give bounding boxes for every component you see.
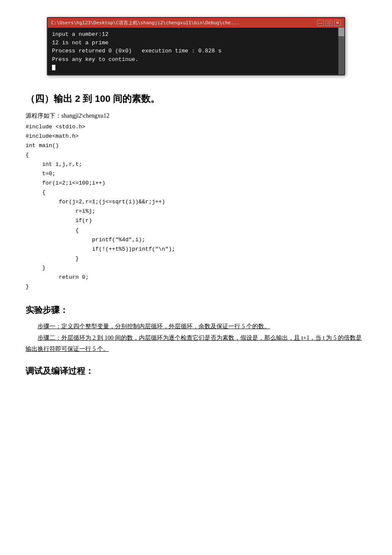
terminal-line-4: Press any key to continue. bbox=[52, 55, 340, 64]
terminal-titlebar: C:\Users\hg123\Desktop\C语言上机\shangji2\ch… bbox=[48, 18, 344, 28]
code-line-13: if(!(++t%5))printf("\n"); bbox=[26, 245, 366, 254]
terminal-cursor bbox=[52, 65, 55, 70]
terminal-line-3: Process returned 0 (0x0) execution time … bbox=[52, 47, 340, 55]
code-line-12: printf("%4d",i); bbox=[26, 235, 366, 245]
code-line-5: t=0; bbox=[26, 169, 366, 179]
code-line-17: } bbox=[26, 282, 366, 292]
code-line-10: if(r) bbox=[26, 216, 366, 225]
code-line-6: for(i=2;i<=100;i++) bbox=[26, 179, 366, 188]
code-block: #include <stdio.h> #include<math.h> int … bbox=[26, 122, 366, 292]
code-line-1: #include<math.h> bbox=[26, 132, 366, 141]
terminal-controls: — □ ✕ bbox=[317, 20, 341, 26]
section4-heading: （四）输出 2 到 100 间的素数。 bbox=[26, 92, 366, 105]
steps-container: 步骤一：定义四个整型变量，分别控制内层循环，外层循环，余数及保证一行 5 个的数… bbox=[26, 321, 366, 355]
step2-text: 步骤二：外层循环为 2 到 100 间的数，内层循环为逐个检查它们是否为素数，假… bbox=[26, 332, 366, 355]
terminal-cursor-line bbox=[52, 64, 340, 72]
code-line-14: } bbox=[26, 254, 366, 263]
code-line-0: #include <stdio.h> bbox=[26, 122, 366, 132]
code-line-16: return 0; bbox=[26, 273, 366, 282]
close-button[interactable]: ✕ bbox=[334, 20, 341, 26]
maximize-button[interactable]: □ bbox=[326, 20, 332, 26]
terminal-title: C:\Users\hg123\Desktop\C语言上机\shangji2\ch… bbox=[51, 20, 317, 26]
code-line-3: { bbox=[26, 150, 366, 160]
code-line-8: for(j=2,r=1;(j<=sqrt(i))&&r;j++) bbox=[26, 197, 366, 207]
debug-heading: 调试及编译过程： bbox=[26, 365, 366, 377]
steps-heading: 实验步骤： bbox=[26, 304, 366, 316]
terminal-line-2: 12 is not a prime bbox=[52, 39, 340, 47]
step1-text: 步骤一：定义四个整型变量，分别控制内层循环，外层循环，余数及保证一行 5 个的数… bbox=[26, 321, 366, 332]
terminal-line-1: input a number:12 bbox=[52, 30, 340, 39]
code-line-2: int main() bbox=[26, 141, 366, 150]
code-line-15: } bbox=[26, 263, 366, 273]
terminal-window: C:\Users\hg123\Desktop\C语言上机\shangji2\ch… bbox=[47, 17, 345, 75]
code-line-11: { bbox=[26, 226, 366, 235]
code-line-4: int i,j,r,t; bbox=[26, 160, 366, 169]
code-line-7: { bbox=[26, 188, 366, 197]
code-line-9: r=i%j; bbox=[26, 207, 366, 216]
source-label: 源程序如下：shangji2\chengxu12 bbox=[26, 112, 366, 120]
terminal-scrollbar[interactable] bbox=[338, 28, 344, 75]
terminal-scrollbar-thumb bbox=[338, 28, 344, 36]
terminal-body: input a number:12 12 is not a prime Proc… bbox=[48, 28, 344, 75]
minimize-button[interactable]: — bbox=[317, 20, 324, 26]
